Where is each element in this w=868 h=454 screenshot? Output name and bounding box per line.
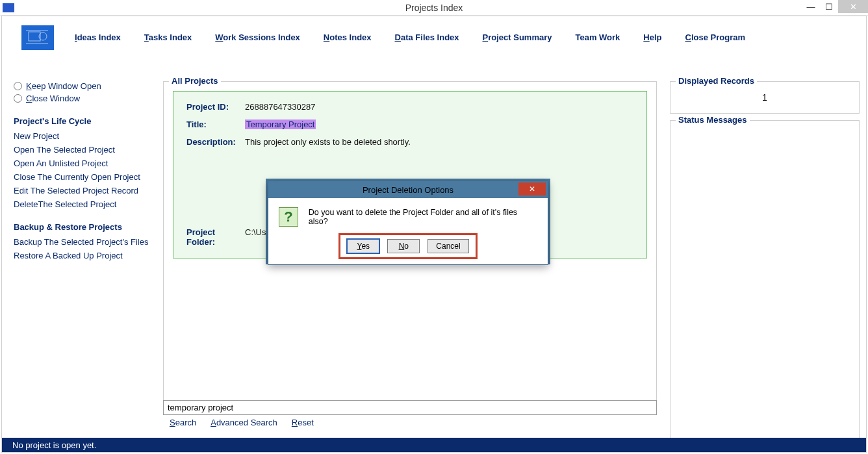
menu-help[interactable]: Help [643,32,661,43]
label-description: Description: [186,137,245,147]
dialog-button-row: Yes No Cancel [338,233,477,259]
window-controls: — ☐ ✕ [802,0,868,13]
dialog-message: Do you want to delete the Project Folder… [309,208,537,226]
main-menu: Ideas Index Tasks Index Work Sessions In… [75,32,745,43]
toolbar: Ideas Index Tasks Index Work Sessions In… [2,16,866,57]
maximize-button[interactable]: ☐ [820,0,838,13]
menu-tasks[interactable]: Tasks Index [144,32,192,43]
link-close-open-project[interactable]: Close The Currently Open Project [14,172,150,182]
status-text: No project is open yet. [12,440,96,450]
link-advanced-search[interactable]: Advanced Search [211,418,277,427]
search-bar: Search Advanced Search Reset [163,400,657,427]
search-input[interactable] [163,400,657,415]
link-delete-selected[interactable]: DeleteThe Selected Project [14,199,150,209]
menu-data-files[interactable]: Data Files Index [395,32,459,43]
menu-work-sessions[interactable]: Work Sessions Index [215,32,300,43]
value-description: This project only exists to be deleted s… [245,137,411,147]
close-button[interactable]: ✕ [838,0,868,13]
link-edit-selected[interactable]: Edit The Selected Project Record [14,186,150,195]
displayed-records-legend: Displayed Records [676,76,757,86]
radio-keep-open[interactable]: Keep Window Open [14,81,150,91]
value-project-id: 268887647330287 [245,102,315,112]
value-title: Temporary Project [245,120,316,129]
app-logo [21,25,54,50]
menu-notes[interactable]: Notes Index [324,32,372,43]
svg-rect-0 [29,32,40,41]
dialog-close-button[interactable]: ✕ [518,183,546,195]
menu-ideas[interactable]: Ideas Index [75,32,121,43]
link-new-project[interactable]: New Project [14,131,150,141]
question-icon: ? [279,207,298,227]
cancel-button[interactable]: Cancel [428,239,468,253]
radio-keep-open-input[interactable] [14,82,22,90]
status-messages-legend: Status Messages [676,115,750,125]
link-reset[interactable]: Reset [292,418,314,427]
displayed-records-group: Displayed Records 1 [670,81,860,114]
label-folder: Project Folder: [186,227,245,247]
menu-project-summary[interactable]: Project Summary [483,32,552,43]
status-bar: No project is open yet. [2,438,866,452]
menu-team-work[interactable]: Team Work [575,32,620,43]
minimize-button[interactable]: — [802,0,820,13]
menu-close-program[interactable]: Close Program [685,32,745,43]
radio-close-window-input[interactable] [14,94,22,103]
window-titlebar: Projects Index — ☐ ✕ [0,0,868,16]
left-panel: Keep Window Open Close Window Project's … [14,81,150,264]
window-title: Projects Index [0,3,868,13]
link-restore-backup[interactable]: Restore A Backed Up Project [14,251,150,260]
link-search[interactable]: Search [170,418,196,427]
dialog-title: Project Deletion Options [268,185,548,195]
label-project-id: Project ID: [186,102,245,112]
section-lifecycle: Project's Life Cycle [14,116,150,126]
section-backup: Backup & Restore Projects [14,222,150,232]
yes-button[interactable]: Yes [347,239,379,253]
no-button[interactable]: No [387,239,420,253]
dialog-titlebar: Project Deletion Options ✕ [268,181,548,198]
app-icon [3,3,14,12]
delete-dialog: Project Deletion Options ✕ ? Do you want… [268,181,548,265]
displayed-records-count: 1 [762,92,767,103]
link-backup-files[interactable]: Backup The Selected Project's Files [14,237,150,247]
status-messages-group: Status Messages [670,120,860,444]
all-projects-legend: All Projects [169,76,221,86]
label-title: Title: [186,120,245,129]
link-open-selected[interactable]: Open The Selected Project [14,145,150,155]
radio-close-window[interactable]: Close Window [14,94,150,103]
link-open-unlisted[interactable]: Open An Unlisted Project [14,158,150,168]
